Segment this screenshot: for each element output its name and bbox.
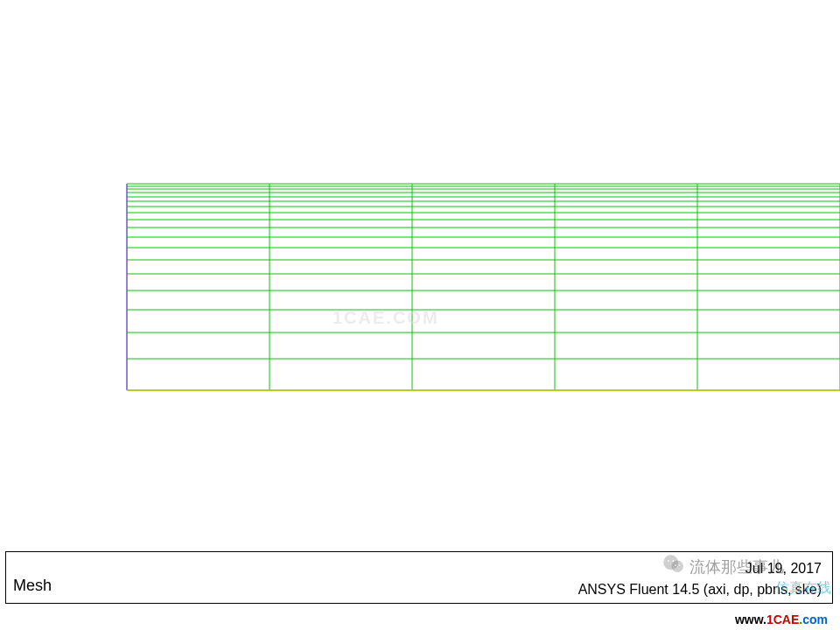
svg-point-31 xyxy=(679,564,681,566)
watermark-brand-cn: 仿真在线 xyxy=(775,580,831,595)
watermark-brand-online: 仿真在线 xyxy=(775,579,831,598)
svg-point-28 xyxy=(668,560,669,562)
watermark-brand-url: www.1CAE.com xyxy=(735,612,828,626)
watermark-center: 1CAE.COM xyxy=(332,308,439,328)
mesh-grid xyxy=(0,0,840,551)
caption-title: Mesh xyxy=(13,577,52,595)
svg-point-27 xyxy=(671,561,682,572)
brand-com: com xyxy=(802,612,828,626)
svg-point-29 xyxy=(672,560,674,562)
brand-cae: 1CAE xyxy=(766,612,799,626)
watermark-wechat-label: 流体那些事儿 xyxy=(690,556,784,578)
svg-point-30 xyxy=(675,564,676,566)
wechat-icon xyxy=(662,552,686,577)
mesh-viewport[interactable]: 1CAE.COM xyxy=(0,0,840,551)
brand-www: www. xyxy=(735,612,766,626)
